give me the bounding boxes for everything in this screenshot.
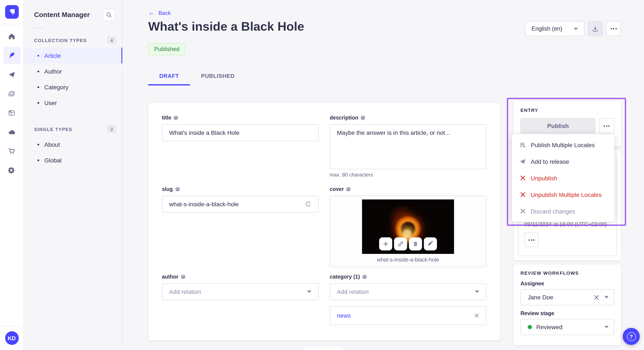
content-type-builder-icon[interactable] [3, 104, 20, 121]
bullet-icon [38, 70, 39, 72]
slug-value[interactable]: what-s-inside-a-black-hole [169, 201, 239, 207]
globe-icon [362, 274, 367, 279]
chevron-down-icon [475, 291, 479, 293]
question-mark-icon: ? [627, 332, 636, 341]
category-label: category (1) [330, 274, 360, 280]
download-icon [592, 25, 599, 32]
sidebar-item-author[interactable]: Author [24, 63, 122, 79]
publish-options-menu: Publish Multiple Locales Add to release … [512, 134, 614, 222]
description-textarea[interactable]: Maybe the answer is in this article, or … [330, 124, 486, 169]
review-workflows-panel: REVIEW WORKFLOWS Assignee Jane Doe Revie… [514, 265, 621, 345]
description-label: description [330, 115, 358, 121]
assignee-select[interactable]: Jane Doe [520, 289, 614, 305]
bullet-icon [38, 55, 39, 56]
settings-gear-icon[interactable] [3, 162, 20, 178]
globe-icon [173, 115, 178, 120]
entry-panel-title: ENTRY [520, 108, 614, 113]
help-button[interactable]: ? [623, 328, 640, 345]
sidebar-item-category[interactable]: Category [24, 79, 122, 95]
scheduled-more-button[interactable] [524, 233, 539, 247]
globe-icon [180, 274, 186, 279]
tab-published[interactable]: PUBLISHED [190, 67, 246, 85]
edit-media-button[interactable] [424, 237, 437, 250]
section-single-types: SINGLE TYPES [34, 127, 72, 132]
copy-link-button[interactable] [394, 237, 407, 250]
plus-icon [382, 241, 389, 247]
back-arrow-icon: ← [148, 9, 155, 16]
home-icon[interactable] [3, 28, 20, 45]
list-plus-icon [519, 141, 526, 148]
publish-button[interactable]: Publish [520, 118, 596, 134]
status-badge: Published [148, 43, 186, 55]
tab-draft[interactable]: DRAFT [148, 67, 190, 85]
marketplace-cart-icon[interactable] [3, 143, 20, 160]
menu-item-unpublish[interactable]: Unpublish [512, 170, 614, 186]
divider [34, 28, 44, 28]
delete-media-button[interactable] [409, 237, 422, 250]
title-label: title [162, 115, 171, 121]
sidebar-item-about[interactable]: About [24, 137, 122, 152]
regenerate-icon[interactable] [304, 201, 311, 207]
search-button[interactable] [103, 8, 116, 21]
review-stage-select[interactable]: Reviewed [520, 319, 614, 335]
bullet-icon [38, 159, 39, 161]
section-collection-types: COLLECTION TYPES [34, 38, 87, 43]
user-avatar[interactable]: KD [5, 331, 18, 345]
cover-caption: what-s-inside-a-black-hole [330, 257, 486, 263]
remove-tag-icon[interactable] [474, 313, 479, 318]
slug-label: slug [162, 186, 173, 192]
search-icon [106, 11, 112, 18]
cover-media-box: what-s-inside-a-black-hole [330, 196, 486, 267]
chevron-down-icon [604, 326, 609, 328]
export-button[interactable] [588, 21, 603, 36]
assignee-label: Assignee [520, 281, 614, 287]
content-manager-subnav: Content Manager COLLECTION TYPES 4 Artic… [24, 0, 123, 350]
category-relation-select[interactable]: Add relation [330, 283, 486, 300]
clear-icon[interactable] [594, 295, 599, 300]
divider [0, 326, 24, 327]
globe-icon [360, 115, 366, 120]
media-library-icon[interactable] [3, 85, 20, 102]
divider [0, 24, 24, 24]
main-nav-rail: KD [0, 0, 24, 350]
main-content: ← Back What's inside a Black Hole Publis… [123, 0, 644, 350]
stage-status-dot [528, 325, 532, 329]
content-manager-icon[interactable] [3, 47, 20, 64]
description-helper: max. 80 characters [330, 172, 486, 178]
link-icon [398, 241, 404, 247]
author-relation-select[interactable]: Add relation [162, 283, 318, 300]
releases-icon[interactable] [3, 66, 20, 83]
bullet-icon [38, 86, 39, 88]
category-tag-row: news [330, 306, 486, 325]
globe-icon [346, 187, 351, 192]
cross-icon [519, 192, 526, 197]
menu-item-publish-multiple-locales[interactable]: Publish Multiple Locales [512, 137, 614, 153]
sidebar-item-user[interactable]: User [24, 95, 122, 111]
cross-icon [519, 175, 526, 181]
bullet-icon [38, 102, 39, 104]
paper-plane-icon [519, 158, 526, 165]
chevron-down-icon [604, 296, 609, 299]
deploy-cloud-icon[interactable] [3, 123, 20, 140]
subnav-title: Content Manager [34, 11, 90, 19]
chevron-down-icon [574, 27, 578, 30]
sidebar-item-article[interactable]: Article [24, 48, 122, 63]
entry-more-button[interactable] [599, 118, 614, 134]
bullet-icon [38, 144, 39, 145]
back-link[interactable]: ← Back [148, 9, 171, 16]
title-input[interactable] [162, 124, 318, 141]
sidebar-item-global[interactable]: Global [24, 152, 122, 168]
more-actions-button[interactable] [606, 21, 621, 36]
locale-select[interactable]: English (en) [525, 21, 584, 36]
category-field: category (1) Add relation news [330, 274, 486, 325]
cover-field: cover [330, 186, 486, 267]
menu-item-add-to-release[interactable]: Add to release [512, 153, 614, 170]
version-tabs: DRAFT PUBLISHED [148, 67, 621, 85]
menu-item-discard-changes[interactable]: Discard changes [512, 203, 614, 219]
cover-label: cover [330, 186, 344, 192]
scheduled-date: 09/11/2024 at 16:00 (UTC+02:00) [524, 221, 607, 227]
strapi-logo[interactable] [5, 5, 18, 19]
category-tag-news[interactable]: news [337, 312, 351, 319]
add-media-button[interactable] [379, 237, 392, 250]
menu-item-unpublish-multiple-locales[interactable]: Unpublish Multiple Locales [512, 186, 614, 203]
